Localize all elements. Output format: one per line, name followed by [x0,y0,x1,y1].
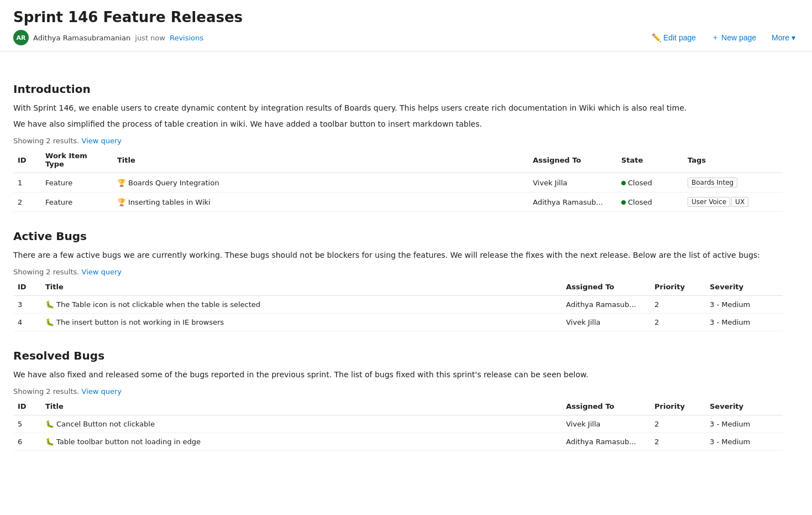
cell-id: 4 [13,314,41,331]
cell-assigned: Vivek Jilla [562,314,650,331]
cell-tags: User VoiceUX [683,193,783,212]
tag-badge: Boards Integ [688,178,737,188]
table-row: 2 Feature 🏆Inserting tables in Wiki Adit… [13,193,783,212]
trophy-icon: 🏆 [117,198,126,206]
introduction-para-1: With Sprint 146, we enable users to crea… [13,102,783,114]
plus-icon: ＋ [711,33,719,43]
resolved-bugs-view-query-link[interactable]: View query [82,387,122,396]
active-bugs-table-header: ID Title Assigned To Priority Severity [13,278,783,296]
trophy-icon: 🏆 [117,179,126,187]
bug-icon: 🐛 [45,300,54,309]
avatar: AR [13,30,29,45]
th-severity-bugs: Severity [705,278,783,296]
cell-severity: 3 - Medium [705,415,783,433]
introduction-para-2: We have also simplified the process of t… [13,118,783,130]
cell-priority: 2 [650,433,705,451]
resolved-bugs-para: We have also fixed and released some of … [13,369,783,381]
cell-id: 3 [13,296,41,314]
cell-state: Closed [617,193,683,212]
introduction-query-meta: Showing 2 results. View query [13,137,783,145]
cell-type: Feature [41,193,113,212]
cell-id: 5 [13,415,41,433]
resolved-bugs-section: Resolved Bugs We have also fixed and rel… [13,349,783,451]
tag-badge: UX [731,197,748,207]
cell-state: Closed [617,173,683,193]
th-id-intro: ID [13,147,41,173]
cell-title: 🏆Inserting tables in Wiki [113,193,528,212]
cell-severity: 3 - Medium [705,433,783,451]
active-bugs-para: There are a few active bugs we are curre… [13,249,783,261]
resolved-bugs-table: ID Title Assigned To Priority Severity 5… [13,398,783,451]
table-row: 4 🐛The insert button is not working in I… [13,314,783,331]
active-bugs-section: Active Bugs There are a few active bugs … [13,230,783,331]
table-row: 5 🐛Cancel Button not clickable Vivek Jil… [13,415,783,433]
meta-bar: AR Adithya Ramasubramanian just now Revi… [13,30,799,51]
page-content: Introduction With Sprint 146, we enable … [0,51,796,464]
timestamp: just now [135,34,165,42]
active-bugs-table: ID Title Assigned To Priority Severity 3… [13,278,783,331]
cell-title: 🐛Table toolbar button not loading in edg… [41,433,562,451]
cell-assigned: Adithya Ramasub... [562,433,650,451]
introduction-view-query-link[interactable]: View query [82,137,122,145]
cell-id: 6 [13,433,41,451]
cell-severity: 3 - Medium [705,296,783,314]
th-type-intro: Work Item Type [41,147,113,173]
revisions-link[interactable]: Revisions [170,34,203,42]
state-dot [621,181,626,185]
cell-type: Feature [41,173,113,193]
cell-title: 🐛The insert button is not working in IE … [41,314,562,331]
th-priority-resolved: Priority [650,398,705,415]
author-name: Adithya Ramasubramanian [33,34,130,42]
th-title-resolved: Title [41,398,562,415]
introduction-table-header: ID Work Item Type Title Assigned To Stat… [13,147,783,173]
cell-tags: Boards Integ [683,173,783,193]
th-id-resolved: ID [13,398,41,415]
resolved-bugs-table-header: ID Title Assigned To Priority Severity [13,398,783,415]
introduction-table: ID Work Item Type Title Assigned To Stat… [13,147,783,212]
meta-left: AR Adithya Ramasubramanian just now Revi… [13,30,203,45]
table-row: 1 Feature 🏆Boards Query Integration Vive… [13,173,783,193]
active-bugs-title: Active Bugs [13,230,783,243]
th-title-intro: Title [113,147,528,173]
active-bugs-view-query-link[interactable]: View query [82,268,122,276]
th-tags-intro: Tags [683,147,783,173]
state-dot [621,200,626,205]
resolved-bugs-query-meta: Showing 2 results. View query [13,387,783,396]
cell-priority: 2 [650,314,705,331]
introduction-section: Introduction With Sprint 146, we enable … [13,82,783,212]
cell-assigned: Vivek Jilla [562,415,650,433]
cell-assigned: Vivek Jilla [528,173,617,193]
cell-priority: 2 [650,296,705,314]
header-bar: Sprint 146 Feature Releases AR Adithya R… [0,0,812,51]
th-assigned-intro: Assigned To [528,147,617,173]
edit-icon: ✏️ [652,33,661,42]
cell-title: 🐛Cancel Button not clickable [41,415,562,433]
cell-id: 1 [13,173,41,193]
th-assigned-resolved: Assigned To [562,398,650,415]
resolved-bugs-title: Resolved Bugs [13,349,783,362]
edit-page-button[interactable]: ✏️ Edit page [648,31,699,44]
new-page-button[interactable]: ＋ New page [708,30,759,45]
cell-assigned: Adithya Ramasub... [528,193,617,212]
th-title-bugs: Title [41,278,562,296]
meta-right: ✏️ Edit page ＋ New page More ▾ [648,30,799,45]
th-severity-resolved: Severity [705,398,783,415]
table-row: 3 🐛The Table icon is not clickable when … [13,296,783,314]
th-assigned-bugs: Assigned To [562,278,650,296]
tag-badge: User Voice [688,197,730,207]
active-bugs-query-meta: Showing 2 results. View query [13,268,783,276]
introduction-title: Introduction [13,82,783,96]
th-id-bugs: ID [13,278,41,296]
page-title: Sprint 146 Feature Releases [13,9,799,25]
bug-icon: 🐛 [45,318,54,326]
more-button[interactable]: More ▾ [768,31,799,44]
bug-icon: 🐛 [45,420,54,428]
cell-severity: 3 - Medium [705,314,783,331]
cell-title: 🏆Boards Query Integration [113,173,528,193]
cell-assigned: Adithya Ramasub... [562,296,650,314]
table-row: 6 🐛Table toolbar button not loading in e… [13,433,783,451]
cell-title: 🐛The Table icon is not clickable when th… [41,296,562,314]
th-priority-bugs: Priority [650,278,705,296]
cell-priority: 2 [650,415,705,433]
cell-id: 2 [13,193,41,212]
